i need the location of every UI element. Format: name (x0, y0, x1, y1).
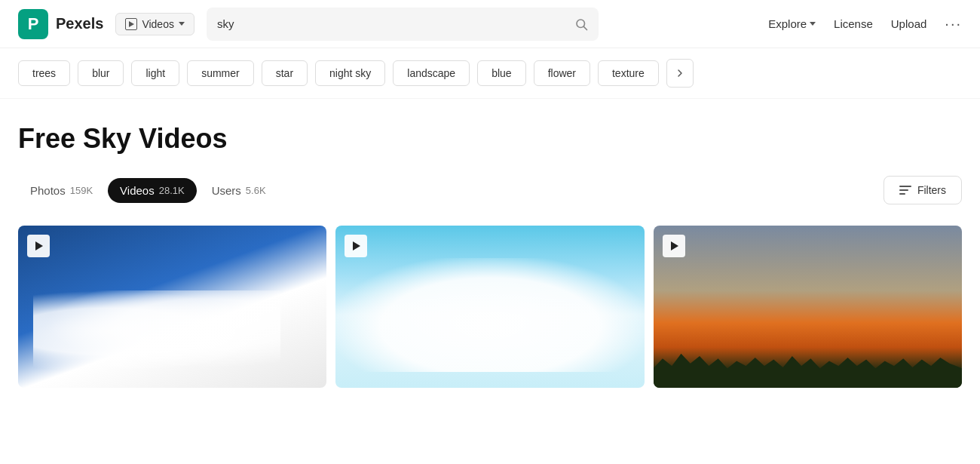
search-button[interactable] (574, 17, 588, 31)
play-triangle-icon (671, 241, 678, 250)
tag-light[interactable]: light (131, 60, 179, 86)
tag-texture[interactable]: texture (598, 60, 659, 86)
tag-night-sky[interactable]: night sky (315, 60, 385, 86)
main-content: Free Sky Videos Photos 159K Videos 28.1K… (0, 99, 980, 388)
filter-lines-icon (899, 186, 911, 195)
tag-star[interactable]: star (262, 60, 308, 86)
tab-users[interactable]: Users 5.6K (200, 178, 278, 203)
play-triangle-icon (353, 241, 360, 250)
media-type-button[interactable]: Videos (115, 13, 194, 35)
more-menu-button[interactable]: ··· (945, 15, 962, 32)
photos-tab-label: Photos (30, 184, 66, 197)
chevron-right-icon (674, 67, 686, 79)
videos-tab-label: Videos (120, 184, 155, 197)
video-grid (18, 226, 962, 388)
chevron-down-icon (179, 22, 185, 26)
explore-link[interactable]: Explore (768, 17, 816, 30)
tag-blue[interactable]: blue (477, 60, 525, 86)
filters-button[interactable]: Filters (884, 176, 962, 204)
tag-flower[interactable]: flower (534, 60, 590, 86)
tab-photos[interactable]: Photos 159K (18, 178, 105, 203)
svg-line-1 (583, 26, 586, 29)
media-type-label: Videos (142, 18, 174, 30)
license-link[interactable]: License (834, 17, 873, 30)
users-tab-count: 5.6K (246, 185, 266, 196)
tag-blur[interactable]: blur (78, 60, 124, 86)
videos-tab-count: 28.1K (159, 185, 185, 196)
tag-trees[interactable]: trees (18, 60, 70, 86)
upload-label: Upload (891, 17, 927, 30)
explore-label: Explore (768, 17, 807, 30)
tab-group: Photos 159K Videos 28.1K Users 5.6K (18, 178, 278, 203)
search-input[interactable] (217, 17, 574, 30)
page-title: Free Sky Videos (18, 123, 962, 155)
logo-link[interactable]: P Pexels (18, 9, 103, 39)
video-card-1[interactable] (18, 226, 326, 388)
search-bar (207, 8, 599, 41)
logo-icon: P (18, 9, 48, 39)
license-label: License (834, 17, 873, 30)
upload-link[interactable]: Upload (891, 17, 927, 30)
header-nav: Explore License Upload ··· (768, 15, 962, 32)
header: P Pexels Videos Explore License Upload ·… (0, 0, 980, 48)
play-button-2[interactable] (345, 235, 367, 257)
photos-tab-count: 159K (70, 185, 93, 196)
play-triangle-icon (129, 21, 134, 27)
filters-label: Filters (917, 184, 946, 196)
tab-videos[interactable]: Videos 28.1K (108, 178, 197, 203)
tags-strip: trees blur light summer star night sky l… (0, 48, 980, 99)
play-button-3[interactable] (663, 235, 685, 257)
logo-text: Pexels (56, 15, 103, 32)
filter-tabs-row: Photos 159K Videos 28.1K Users 5.6K Filt… (18, 176, 962, 204)
play-triangle-icon (35, 241, 43, 250)
tag-landscape[interactable]: landscape (393, 60, 470, 86)
search-icon (574, 17, 588, 31)
video-icon (125, 18, 137, 30)
explore-chevron-icon (810, 22, 816, 26)
users-tab-label: Users (212, 184, 241, 197)
tag-more-button[interactable] (666, 59, 694, 88)
video-card-3[interactable] (654, 226, 962, 388)
video-card-2[interactable] (335, 226, 644, 388)
tag-summer[interactable]: summer (187, 60, 254, 86)
play-button-1[interactable] (27, 235, 50, 257)
